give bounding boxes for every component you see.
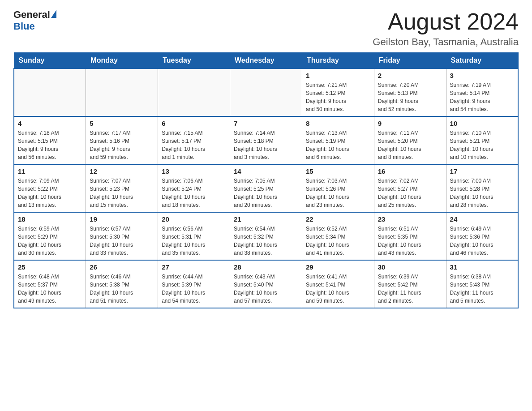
day-info: Sunrise: 7:17 AMSunset: 5:16 PMDaylight:…: [90, 129, 154, 161]
logo-triangle-icon: [51, 10, 56, 18]
calendar-cell: 10Sunrise: 7:10 AMSunset: 5:21 PMDayligh…: [446, 116, 518, 164]
day-number: 16: [378, 167, 442, 175]
calendar-cell: 12Sunrise: 7:07 AMSunset: 5:23 PMDayligh…: [86, 164, 158, 212]
calendar-cell: 19Sunrise: 6:57 AMSunset: 5:30 PMDayligh…: [86, 212, 158, 260]
calendar-header-row: SundayMondayTuesdayWednesdayThursdayFrid…: [14, 53, 518, 69]
calendar-week-row: 1Sunrise: 7:21 AMSunset: 5:12 PMDaylight…: [14, 68, 518, 116]
calendar-cell: 3Sunrise: 7:19 AMSunset: 5:14 PMDaylight…: [446, 68, 518, 116]
day-number: 8: [306, 120, 370, 127]
calendar-header-sunday: Sunday: [14, 53, 86, 69]
calendar-cell: [86, 68, 158, 116]
logo-blue-text: Blue: [13, 21, 35, 32]
calendar-cell: 29Sunrise: 6:41 AMSunset: 5:41 PMDayligh…: [302, 260, 374, 308]
day-number: 21: [234, 215, 298, 223]
day-info: Sunrise: 7:20 AMSunset: 5:13 PMDaylight:…: [378, 81, 442, 113]
calendar-header-thursday: Thursday: [302, 53, 374, 69]
day-number: 20: [162, 215, 226, 223]
day-info: Sunrise: 6:54 AMSunset: 5:32 PMDaylight:…: [234, 225, 298, 257]
calendar-header-friday: Friday: [374, 53, 446, 69]
day-info: Sunrise: 6:52 AMSunset: 5:34 PMDaylight:…: [306, 225, 370, 257]
day-info: Sunrise: 7:03 AMSunset: 5:26 PMDaylight:…: [306, 177, 370, 209]
day-info: Sunrise: 6:51 AMSunset: 5:35 PMDaylight:…: [378, 225, 442, 257]
calendar-cell: [158, 68, 230, 116]
calendar-cell: [14, 68, 86, 116]
calendar-cell: 26Sunrise: 6:46 AMSunset: 5:38 PMDayligh…: [86, 260, 158, 308]
day-number: 1: [306, 72, 370, 79]
day-number: 14: [234, 167, 298, 175]
calendar-cell: 9Sunrise: 7:11 AMSunset: 5:20 PMDaylight…: [374, 116, 446, 164]
day-number: 28: [234, 263, 298, 271]
day-number: 22: [306, 215, 370, 223]
day-info: Sunrise: 6:48 AMSunset: 5:37 PMDaylight:…: [18, 273, 82, 305]
day-number: 6: [162, 120, 226, 127]
logo-general-text: General: [13, 9, 50, 21]
day-info: Sunrise: 6:49 AMSunset: 5:36 PMDaylight:…: [450, 225, 514, 257]
day-info: Sunrise: 7:15 AMSunset: 5:17 PMDaylight:…: [162, 129, 226, 161]
day-info: Sunrise: 7:09 AMSunset: 5:22 PMDaylight:…: [18, 177, 82, 209]
day-info: Sunrise: 7:11 AMSunset: 5:20 PMDaylight:…: [378, 129, 442, 161]
calendar-cell: 31Sunrise: 6:38 AMSunset: 5:43 PMDayligh…: [446, 260, 518, 308]
calendar-header-monday: Monday: [86, 53, 158, 69]
calendar-week-row: 4Sunrise: 7:18 AMSunset: 5:15 PMDaylight…: [14, 116, 518, 164]
calendar-week-row: 18Sunrise: 6:59 AMSunset: 5:29 PMDayligh…: [14, 212, 518, 260]
calendar-cell: 5Sunrise: 7:17 AMSunset: 5:16 PMDaylight…: [86, 116, 158, 164]
calendar-cell: 30Sunrise: 6:39 AMSunset: 5:42 PMDayligh…: [374, 260, 446, 308]
day-info: Sunrise: 7:21 AMSunset: 5:12 PMDaylight:…: [306, 81, 370, 113]
calendar-cell: 24Sunrise: 6:49 AMSunset: 5:36 PMDayligh…: [446, 212, 518, 260]
day-number: 9: [378, 120, 442, 127]
day-info: Sunrise: 6:59 AMSunset: 5:29 PMDaylight:…: [18, 225, 82, 257]
calendar-cell: 20Sunrise: 6:56 AMSunset: 5:31 PMDayligh…: [158, 212, 230, 260]
day-number: 11: [18, 167, 82, 175]
month-title: August 2024: [373, 9, 519, 34]
day-number: 12: [90, 167, 154, 175]
day-number: 17: [450, 167, 514, 175]
day-info: Sunrise: 6:38 AMSunset: 5:43 PMDaylight:…: [450, 273, 514, 305]
page-header: General Blue August 2024 Geilston Bay, T…: [13, 9, 519, 48]
calendar-cell: 23Sunrise: 6:51 AMSunset: 5:35 PMDayligh…: [374, 212, 446, 260]
calendar-cell: 13Sunrise: 7:06 AMSunset: 5:24 PMDayligh…: [158, 164, 230, 212]
day-info: Sunrise: 7:02 AMSunset: 5:27 PMDaylight:…: [378, 177, 442, 209]
day-info: Sunrise: 6:44 AMSunset: 5:39 PMDaylight:…: [162, 273, 226, 305]
calendar-week-row: 25Sunrise: 6:48 AMSunset: 5:37 PMDayligh…: [14, 260, 518, 308]
day-info: Sunrise: 7:18 AMSunset: 5:15 PMDaylight:…: [18, 129, 82, 161]
day-number: 23: [378, 215, 442, 223]
calendar-cell: 17Sunrise: 7:00 AMSunset: 5:28 PMDayligh…: [446, 164, 518, 212]
location-title: Geilston Bay, Tasmania, Australia: [373, 36, 519, 48]
calendar-week-row: 11Sunrise: 7:09 AMSunset: 5:22 PMDayligh…: [14, 164, 518, 212]
calendar-cell: 1Sunrise: 7:21 AMSunset: 5:12 PMDaylight…: [302, 68, 374, 116]
calendar-cell: 28Sunrise: 6:43 AMSunset: 5:40 PMDayligh…: [230, 260, 302, 308]
calendar-cell: 11Sunrise: 7:09 AMSunset: 5:22 PMDayligh…: [14, 164, 86, 212]
day-info: Sunrise: 6:41 AMSunset: 5:41 PMDaylight:…: [306, 273, 370, 305]
day-info: Sunrise: 6:46 AMSunset: 5:38 PMDaylight:…: [90, 273, 154, 305]
calendar-cell: 7Sunrise: 7:14 AMSunset: 5:18 PMDaylight…: [230, 116, 302, 164]
calendar-cell: 16Sunrise: 7:02 AMSunset: 5:27 PMDayligh…: [374, 164, 446, 212]
day-number: 18: [18, 215, 82, 223]
calendar-cell: 21Sunrise: 6:54 AMSunset: 5:32 PMDayligh…: [230, 212, 302, 260]
day-number: 15: [306, 167, 370, 175]
day-number: 2: [378, 72, 442, 79]
day-number: 4: [18, 120, 82, 127]
day-number: 13: [162, 167, 226, 175]
day-number: 25: [18, 263, 82, 271]
day-info: Sunrise: 7:05 AMSunset: 5:25 PMDaylight:…: [234, 177, 298, 209]
calendar-cell: 15Sunrise: 7:03 AMSunset: 5:26 PMDayligh…: [302, 164, 374, 212]
day-info: Sunrise: 6:56 AMSunset: 5:31 PMDaylight:…: [162, 225, 226, 257]
day-number: 24: [450, 215, 514, 223]
day-number: 30: [378, 263, 442, 271]
day-number: 7: [234, 120, 298, 127]
calendar-cell: 22Sunrise: 6:52 AMSunset: 5:34 PMDayligh…: [302, 212, 374, 260]
calendar-cell: 14Sunrise: 7:05 AMSunset: 5:25 PMDayligh…: [230, 164, 302, 212]
day-info: Sunrise: 7:00 AMSunset: 5:28 PMDaylight:…: [450, 177, 514, 209]
calendar-cell: 25Sunrise: 6:48 AMSunset: 5:37 PMDayligh…: [14, 260, 86, 308]
calendar-table: SundayMondayTuesdayWednesdayThursdayFrid…: [13, 52, 519, 308]
calendar-header-wednesday: Wednesday: [230, 53, 302, 69]
day-number: 26: [90, 263, 154, 271]
day-info: Sunrise: 7:06 AMSunset: 5:24 PMDaylight:…: [162, 177, 226, 209]
day-info: Sunrise: 7:07 AMSunset: 5:23 PMDaylight:…: [90, 177, 154, 209]
day-info: Sunrise: 6:57 AMSunset: 5:30 PMDaylight:…: [90, 225, 154, 257]
calendar-cell: 6Sunrise: 7:15 AMSunset: 5:17 PMDaylight…: [158, 116, 230, 164]
day-info: Sunrise: 6:39 AMSunset: 5:42 PMDaylight:…: [378, 273, 442, 305]
day-info: Sunrise: 7:10 AMSunset: 5:21 PMDaylight:…: [450, 129, 514, 161]
calendar-cell: [230, 68, 302, 116]
day-info: Sunrise: 7:19 AMSunset: 5:14 PMDaylight:…: [450, 81, 514, 113]
